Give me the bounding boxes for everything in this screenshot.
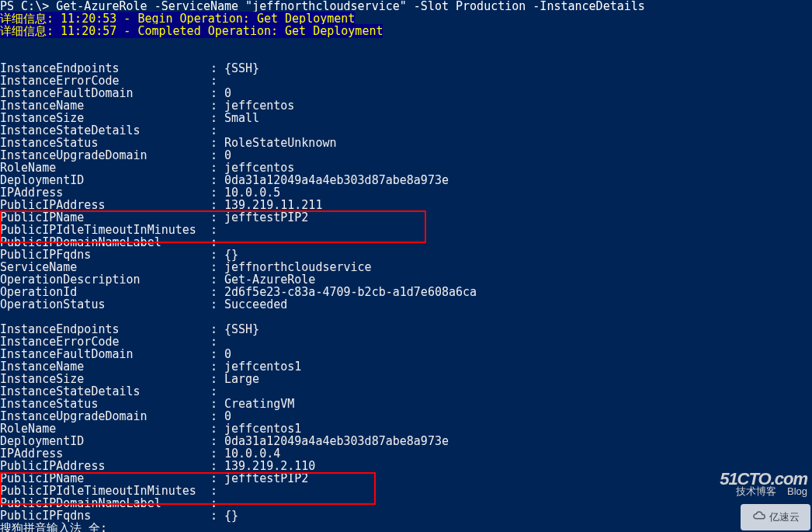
kv-ServiceName: ServiceName : jeffnorthcloudservice	[0, 261, 812, 273]
kv-InstanceStateDetails: InstanceStateDetails :	[0, 124, 812, 137]
kv-RoleName: RoleName : jeffcentos	[0, 162, 812, 174]
kv-PublicIPFqdns: PublicIPFqdns : {}	[0, 249, 812, 261]
kv-PublicIPAddress: PublicIPAddress : 139.219.11.211	[0, 199, 812, 211]
kv-InstanceUpgradeDomain: InstanceUpgradeDomain : 0	[0, 410, 812, 422]
kv-DeploymentID: DeploymentID : 0da31a12049a4a4eb303d87ab…	[0, 435, 812, 447]
kv-InstanceStateDetails: InstanceStateDetails :	[0, 385, 812, 398]
kv-InstanceEndpoints: InstanceEndpoints : {SSH}	[0, 323, 812, 336]
kv-PublicIPDomainNameLabel: PublicIPDomainNameLabel :	[0, 236, 812, 249]
kv-InstanceFaultDomain: InstanceFaultDomain : 0	[0, 348, 812, 360]
kv-PublicIPDomainNameLabel: PublicIPDomainNameLabel :	[0, 497, 812, 509]
kv-InstanceSize: InstanceSize : Large	[0, 373, 812, 385]
kv-IPAddress: IPAddress : 10.0.0.4	[0, 447, 812, 460]
blank-line	[0, 50, 812, 62]
kv-InstanceStatus: InstanceStatus : CreatingVM	[0, 398, 812, 410]
kv-PublicIPIdleTimeoutInMinutes: PublicIPIdleTimeoutInMinutes :	[0, 485, 812, 497]
kv-PublicIPName: PublicIPName : jefftestPIP2	[0, 211, 812, 224]
kv-PublicIPName: PublicIPName : jefftestPIP2	[0, 472, 812, 485]
blank-line	[0, 37, 812, 50]
blank-line	[0, 311, 812, 323]
kv-DeploymentID: DeploymentID : 0da31a12049a4a4eb303d87ab…	[0, 174, 812, 186]
ime-line: 搜狗拼音输入法 全:	[0, 522, 812, 532]
powershell-terminal[interactable]: PS C:\> Get-AzureRole -ServiceName "jeff…	[0, 0, 812, 532]
kv-InstanceErrorCode: InstanceErrorCode :	[0, 75, 812, 87]
verbose-line-0: 详细信息: 11:20:53 - Begin Operation: Get De…	[0, 12, 812, 25]
kv-InstanceEndpoints: InstanceEndpoints : {SSH}	[0, 62, 812, 75]
kv-InstanceErrorCode: InstanceErrorCode :	[0, 336, 812, 348]
kv-OperationDescription: OperationDescription : Get-AzureRole	[0, 273, 812, 286]
verbose-info-line: 详细信息: 11:20:57 - Completed Operation: Ge…	[0, 24, 383, 38]
kv-InstanceSize: InstanceSize : Small	[0, 112, 812, 124]
kv-InstanceName: InstanceName : jeffcentos	[0, 99, 812, 112]
verbose-line-1: 详细信息: 11:20:57 - Completed Operation: Ge…	[0, 25, 812, 37]
kv-PublicIPAddress: PublicIPAddress : 139.219.2.110	[0, 460, 812, 472]
kv-PublicIPFqdns: PublicIPFqdns : {}	[0, 509, 812, 522]
kv-PublicIPIdleTimeoutInMinutes: PublicIPIdleTimeoutInMinutes :	[0, 224, 812, 236]
kv-InstanceName: InstanceName : jeffcentos1	[0, 360, 812, 373]
kv-RoleName: RoleName : jeffcentos1	[0, 422, 812, 435]
kv-InstanceStatus: InstanceStatus : RoleStateUnknown	[0, 137, 812, 149]
kv-InstanceFaultDomain: InstanceFaultDomain : 0	[0, 87, 812, 99]
kv-OperationStatus: OperationStatus : Succeeded	[0, 298, 812, 311]
ime-status: 搜狗拼音输入法 全:	[0, 521, 107, 532]
kv-InstanceUpgradeDomain: InstanceUpgradeDomain : 0	[0, 149, 812, 162]
kv-OperationId: OperationId : 2d6f5e23-c83a-4709-b2cb-a1…	[0, 286, 812, 298]
kv-IPAddress: IPAddress : 10.0.0.5	[0, 186, 812, 199]
command-line: PS C:\> Get-AzureRole -ServiceName "jeff…	[0, 0, 812, 12]
